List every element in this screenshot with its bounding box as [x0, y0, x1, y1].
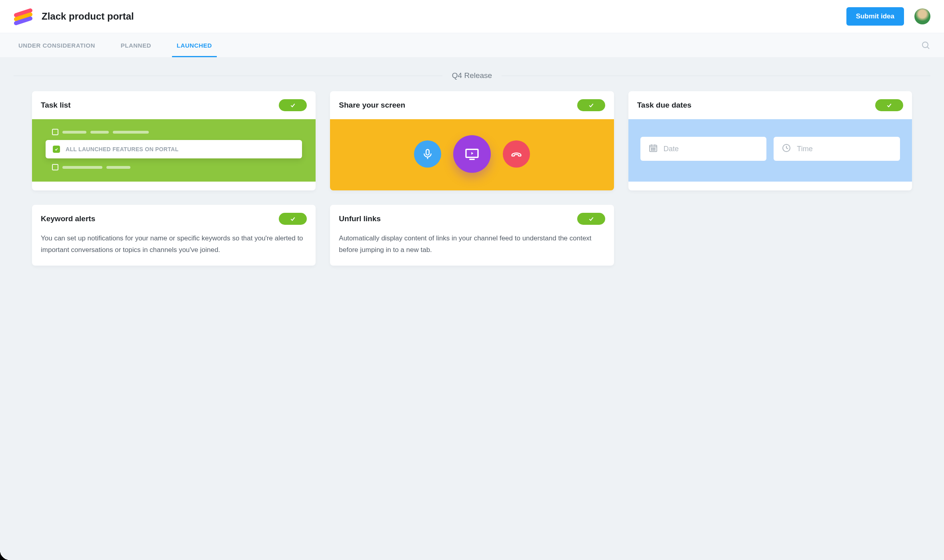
microphone-icon — [414, 140, 441, 168]
svg-marker-5 — [471, 152, 473, 155]
release-heading: Q4 Release — [14, 71, 930, 80]
calendar-icon — [648, 143, 658, 154]
header: Zlack product portal Submit idea — [0, 0, 944, 33]
svg-point-13 — [654, 148, 655, 149]
card-unfurl-links[interactable]: Unfurl links Automatically display conte… — [330, 205, 614, 266]
card-task-list[interactable]: Task list ALL LAUNCHED FEATURES ON PORTA… — [32, 91, 316, 190]
status-launched-badge — [875, 99, 903, 111]
card-title: Unfurl links — [339, 214, 381, 223]
svg-rect-2 — [426, 150, 429, 155]
svg-point-12 — [653, 148, 654, 149]
svg-point-11 — [651, 148, 652, 149]
status-launched-badge — [577, 99, 605, 111]
tab-under-consideration[interactable]: UNDER CONSIDERATION — [14, 33, 100, 57]
hangup-icon — [503, 140, 530, 168]
svg-point-0 — [922, 42, 928, 48]
tab-bar: UNDER CONSIDERATION PLANNED LAUNCHED — [0, 33, 944, 58]
task-list-visual: ALL LAUNCHED FEATURES ON PORTAL — [32, 119, 316, 182]
svg-point-16 — [654, 150, 655, 150]
svg-point-15 — [653, 150, 654, 150]
tab-launched[interactable]: LAUNCHED — [172, 33, 217, 57]
submit-idea-button[interactable]: Submit idea — [846, 7, 904, 26]
tab-planned[interactable]: PLANNED — [116, 33, 156, 57]
checkbox-checked-icon — [53, 146, 60, 153]
card-body: You can set up notifications for your na… — [32, 233, 316, 266]
card-title: Task list — [41, 101, 71, 110]
app-logo — [14, 8, 33, 25]
card-keyword-alerts[interactable]: Keyword alerts You can set up notificati… — [32, 205, 316, 266]
screen-share-icon — [453, 135, 491, 173]
feature-grid: Task list ALL LAUNCHED FEATURES ON PORTA… — [0, 91, 944, 290]
user-avatar[interactable] — [914, 8, 930, 24]
app-title: Zlack product portal — [42, 11, 134, 22]
search-icon[interactable] — [921, 40, 930, 50]
date-field: Date — [640, 137, 767, 161]
callout-text: ALL LAUNCHED FEATURES ON PORTAL — [66, 146, 178, 152]
card-due-dates[interactable]: Task due dates — [628, 91, 912, 190]
svg-point-14 — [651, 150, 652, 150]
card-share-screen[interactable]: Share your screen — [330, 91, 614, 190]
svg-line-1 — [928, 47, 930, 49]
date-placeholder: Date — [664, 145, 679, 153]
card-title: Share your screen — [339, 101, 405, 110]
task-list-callout: ALL LAUNCHED FEATURES ON PORTAL — [46, 140, 302, 158]
time-placeholder: Time — [797, 145, 812, 153]
status-launched-badge — [577, 213, 605, 225]
card-title: Task due dates — [637, 101, 692, 110]
clock-icon — [782, 143, 791, 154]
card-body: Automatically display content of links i… — [330, 233, 614, 266]
share-screen-visual — [330, 119, 614, 190]
card-title: Keyword alerts — [41, 214, 95, 223]
status-launched-badge — [279, 99, 307, 111]
release-label: Q4 Release — [442, 71, 502, 80]
status-launched-badge — [279, 213, 307, 225]
due-dates-visual: Date Time — [628, 119, 912, 182]
time-field: Time — [774, 137, 900, 161]
